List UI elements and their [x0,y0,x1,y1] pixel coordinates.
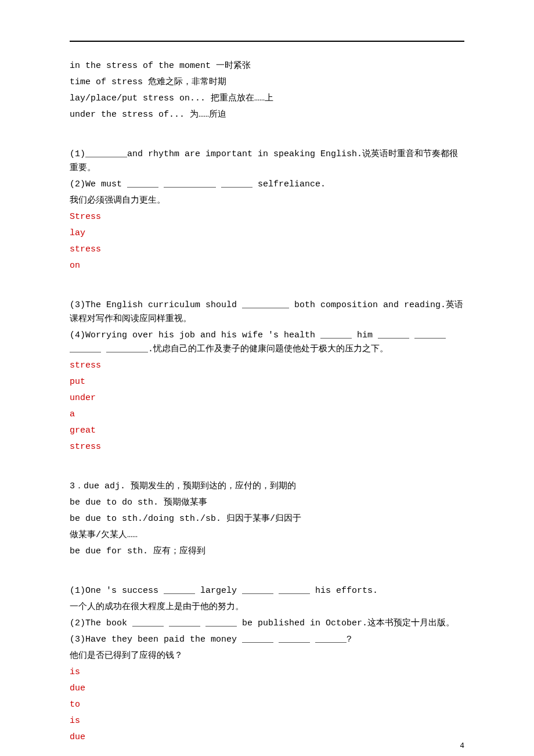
answer-line: stress [70,440,464,454]
body-line: (1)________and rhythm are important in s… [70,147,464,175]
body-line: under the stress of... 为……所迫 [70,108,464,122]
document-page: in the stress of the moment 一时紧张time of … [0,0,534,756]
body-line: 我们必须强调自力更生。 [70,194,464,208]
body-line: in the stress of the moment 一时紧张 [70,59,464,73]
answer-line: great [70,424,464,438]
answer-line: put [70,375,464,389]
spacing-gap [70,561,464,573]
body-line: be due to do sth. 预期做某事 [70,496,464,510]
answer-line: is [70,714,464,728]
spacing-gap [70,468,464,480]
spacing-gap [70,136,464,147]
answer-line: stress [70,243,464,257]
answer-line: on [70,259,464,273]
body-line: 做某事/欠某人…… [70,528,464,542]
answer-line: to [70,698,464,712]
answer-line: Stress [70,210,464,224]
body-line: (2)The book ______ ______ ______ be publ… [70,617,464,631]
body-line: (1)One 's success ______ largely ______ … [70,584,464,598]
spacing-gap [70,573,464,584]
body-line: be due for sth. 应有；应得到 [70,545,464,559]
body-line: (4)Worrying over his job and his wife 's… [70,329,464,357]
spacing-gap [70,456,464,468]
top-border [70,41,464,42]
body-line: (2)We must ______ __________ ______ self… [70,178,464,192]
answer-line: is [70,665,464,679]
body-line: be due to sth./doing sth./sb. 归因于某事/归因于 [70,512,464,526]
spacing-gap [70,275,464,287]
body-line: 一个人的成功在很大程度上是由于他的努力。 [70,600,464,614]
body-line: (3)The English curriculum should _______… [70,298,464,326]
answer-line: due [70,730,464,744]
page-content: in the stress of the moment 一时紧张time of … [70,59,464,744]
page-number: 4 [460,740,464,753]
body-line: 3．due adj. 预期发生的，预期到达的，应付的，到期的 [70,480,464,494]
spacing-gap [70,124,464,136]
spacing-gap [70,287,464,298]
body-line: lay/place/put stress on... 把重点放在……上 [70,92,464,106]
answer-line: under [70,391,464,405]
answer-line: lay [70,226,464,240]
answer-line: due [70,682,464,696]
answer-line: a [70,408,464,422]
body-line: (3)Have they been paid the money ______ … [70,633,464,647]
answer-line: stress [70,359,464,373]
body-line: time of stress 危难之际，非常时期 [70,75,464,89]
body-line: 他们是否已得到了应得的钱？ [70,649,464,663]
